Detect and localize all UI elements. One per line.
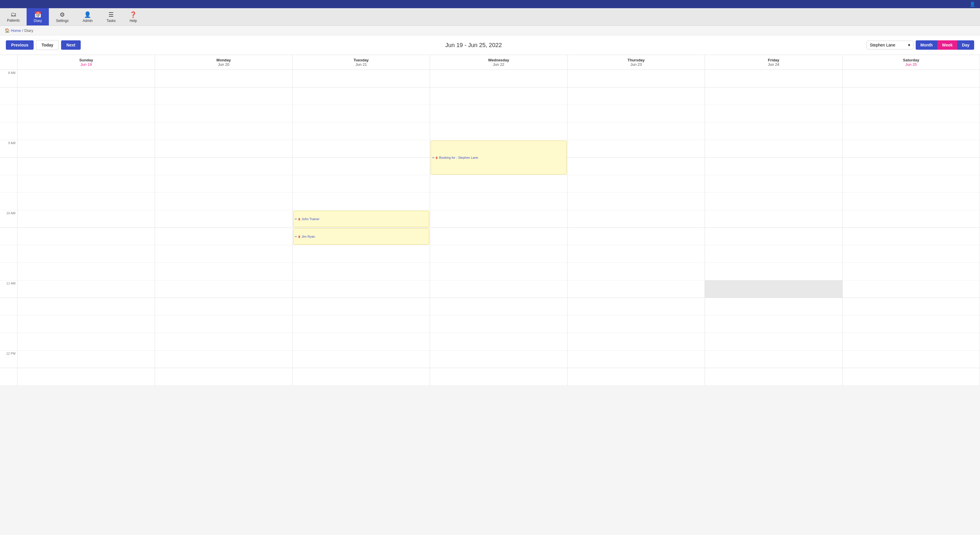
calendar-cell[interactable] (430, 350, 567, 368)
calendar-cell[interactable] (705, 105, 842, 123)
event-link[interactable]: Jim Ryan (302, 235, 315, 238)
calendar-cell[interactable] (430, 333, 567, 350)
calendar-cell[interactable] (293, 158, 430, 175)
calendar-cell[interactable] (843, 158, 980, 175)
calendar-cell[interactable] (568, 298, 705, 315)
calendar-cell[interactable] (293, 105, 430, 123)
calendar-cell[interactable] (843, 70, 980, 88)
calendar-cell[interactable] (430, 70, 567, 88)
calendar-cell[interactable] (568, 368, 705, 385)
calendar-cell[interactable] (293, 315, 430, 333)
calendar-cell[interactable] (293, 280, 430, 298)
calendar-cell[interactable] (843, 193, 980, 210)
calendar-cell[interactable] (430, 315, 567, 333)
calendar-cell[interactable] (293, 333, 430, 350)
calendar-cell[interactable] (293, 298, 430, 315)
calendar-cell[interactable] (430, 105, 567, 123)
calendar-cell[interactable] (18, 70, 155, 88)
user-icon[interactable]: 👤 (969, 2, 975, 7)
calendar-cell[interactable] (568, 333, 705, 350)
calendar-cell[interactable] (568, 88, 705, 105)
view-day-button[interactable]: Day (957, 40, 974, 50)
calendar-cell[interactable] (843, 210, 980, 228)
calendar-cell[interactable] (705, 140, 842, 158)
calendar-cell[interactable] (293, 193, 430, 210)
calendar-cell[interactable] (843, 350, 980, 368)
calendar-cell[interactable] (18, 298, 155, 315)
calendar-cell[interactable] (568, 315, 705, 333)
calendar-cell[interactable] (430, 88, 567, 105)
calendar-cell[interactable] (155, 263, 292, 280)
calendar-cell[interactable] (430, 193, 567, 210)
calendar-cell[interactable] (843, 228, 980, 245)
event-link[interactable]: John Trainer (302, 217, 320, 221)
calendar-cell[interactable] (568, 140, 705, 158)
calendar-cell[interactable] (155, 315, 292, 333)
calendar-cell[interactable] (430, 175, 567, 193)
calendar-cell[interactable] (705, 333, 842, 350)
calendar-cell[interactable] (430, 210, 567, 228)
calendar-cell[interactable] (18, 123, 155, 140)
calendar-cell[interactable] (705, 123, 842, 140)
calendar-cell[interactable] (155, 210, 292, 228)
nav-help[interactable]: ❓ Help (123, 8, 144, 25)
calendar-cell[interactable] (293, 123, 430, 140)
calendar-cell[interactable] (18, 210, 155, 228)
calendar-cell[interactable] (293, 175, 430, 193)
calendar-cell[interactable] (568, 193, 705, 210)
calendar-cell[interactable] (568, 280, 705, 298)
calendar-cell[interactable] (18, 140, 155, 158)
nav-tasks[interactable]: ☰ Tasks (100, 8, 123, 25)
calendar-cell[interactable] (705, 263, 842, 280)
calendar-cell[interactable] (18, 193, 155, 210)
calendar-cell[interactable] (18, 315, 155, 333)
calendar-cell[interactable] (705, 158, 842, 175)
calendar-cell[interactable] (843, 245, 980, 263)
calendar-cell[interactable] (568, 158, 705, 175)
calendar-cell[interactable] (843, 263, 980, 280)
calendar-cell[interactable] (568, 123, 705, 140)
calendar-cell[interactable] (430, 298, 567, 315)
calendar-cell[interactable] (293, 140, 430, 158)
nav-patients[interactable]: 🗂 Patients (0, 8, 27, 25)
calendar-cell[interactable] (843, 333, 980, 350)
event-john-trainer[interactable]: ✏🗑John Trainer (293, 211, 429, 227)
today-button[interactable]: Today (36, 40, 59, 50)
calendar-cell[interactable] (843, 88, 980, 105)
calendar-cell[interactable] (705, 228, 842, 245)
calendar-cell[interactable] (568, 263, 705, 280)
calendar-cell[interactable] (705, 315, 842, 333)
calendar-cell[interactable] (155, 333, 292, 350)
calendar-cell[interactable] (18, 245, 155, 263)
calendar-cell[interactable] (568, 70, 705, 88)
calendar-cell[interactable] (568, 245, 705, 263)
calendar-cell[interactable] (568, 105, 705, 123)
calendar-cell[interactable] (18, 105, 155, 123)
calendar-cell[interactable] (705, 350, 842, 368)
calendar-cell[interactable] (430, 245, 567, 263)
calendar-cell[interactable] (705, 193, 842, 210)
calendar-cell[interactable] (18, 350, 155, 368)
calendar-cell[interactable] (843, 368, 980, 385)
calendar-cell[interactable] (430, 123, 567, 140)
calendar-cell[interactable] (18, 280, 155, 298)
previous-button[interactable]: Previous (6, 40, 33, 50)
calendar-cell[interactable] (155, 88, 292, 105)
calendar-cell[interactable] (155, 298, 292, 315)
calendar-cell[interactable] (843, 175, 980, 193)
calendar-cell[interactable] (705, 70, 842, 88)
calendar-cell[interactable] (705, 280, 842, 298)
calendar-cell[interactable] (705, 298, 842, 315)
calendar-cell[interactable] (705, 210, 842, 228)
nav-settings[interactable]: ⚙ Settings (49, 8, 75, 25)
calendar-cell[interactable] (293, 70, 430, 88)
calendar-cell[interactable] (18, 333, 155, 350)
calendar-cell[interactable] (843, 140, 980, 158)
calendar-cell[interactable] (293, 88, 430, 105)
calendar-cell[interactable] (155, 158, 292, 175)
calendar-cell[interactable] (843, 280, 980, 298)
calendar-cell[interactable] (155, 350, 292, 368)
calendar-cell[interactable] (568, 228, 705, 245)
view-week-button[interactable]: Week (937, 40, 957, 50)
calendar-cell[interactable] (155, 228, 292, 245)
